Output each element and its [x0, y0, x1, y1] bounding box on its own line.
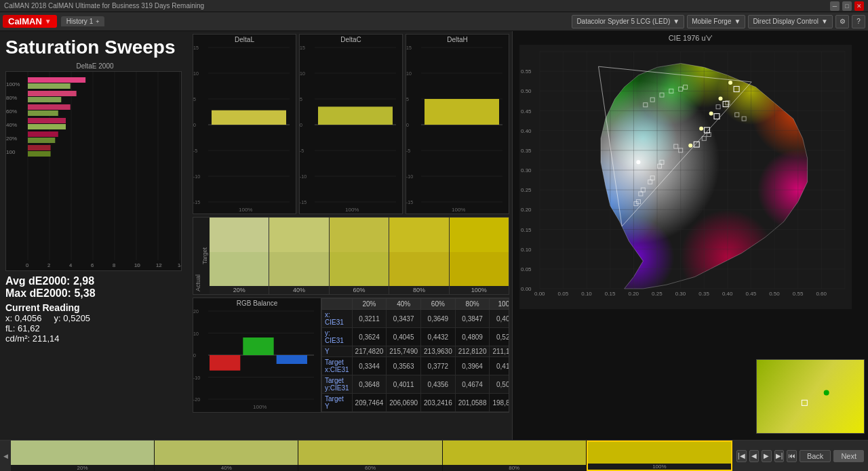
swatch-60-label: 60% [330, 286, 389, 294]
minimize-button[interactable]: ─ [830, 1, 840, 11]
max-deltae: Max dE2000: 5,38 [5, 287, 184, 300]
swatch-60-actual [330, 218, 389, 252]
table-cell-label: Target Y [322, 394, 353, 412]
table-cell-value: 0,4674 [455, 375, 490, 394]
table-cell-value: 0,3649 [421, 310, 456, 328]
table-cell-value: 0,3772 [421, 357, 456, 375]
rgb-balance-inner [193, 308, 321, 411]
swatch-100-target [450, 252, 509, 287]
device1-chevron: ▼ [673, 18, 679, 25]
rgb-balance-title: RGB Balance [193, 298, 321, 308]
table-cell-value: 212,8120 [455, 346, 490, 357]
table-cell-value: 206,0690 [387, 394, 421, 412]
table-cell-value: 0,4045 [387, 328, 421, 346]
table-cell-value: 0,4193 [490, 357, 509, 375]
device3-chevron: ▼ [821, 18, 828, 25]
cie-panel: CIE 1976 u'v' [512, 31, 868, 471]
avg-value: 2,98 [73, 275, 94, 287]
x-value: 0,4056 [15, 313, 42, 323]
col-header-20: 20% [352, 299, 387, 310]
filmstrip: ◀ 20% 40% 60% 80% 100% |◀ ◀ ▶ ▶| ⏮ Back … [0, 440, 868, 471]
actual-label: Actual [195, 220, 201, 291]
device3-dropdown[interactable]: Direct Display Control ▼ [748, 15, 833, 28]
table-header-row: 20% 40% 60% 80% 100% [322, 299, 510, 310]
filmstrip-swatch-80: 80% [443, 441, 587, 471]
deltaC-title: DeltaC [300, 35, 402, 45]
logo-text: CalMAN [8, 16, 42, 26]
swatch-100: 100% [450, 218, 509, 294]
table-cell-value: 4,1448 [455, 412, 490, 413]
main-content: Saturation Sweeps DeltaE 2000 Avg dE2000… [0, 31, 868, 471]
table-cell-value: 0,3563 [387, 357, 421, 375]
swatch-60: 60% [330, 218, 389, 294]
target-label: Target [201, 220, 208, 264]
swatch-60-target [330, 252, 389, 287]
current-reading-label: Current Reading [5, 302, 184, 313]
table-cell-value: 211,1400 [490, 346, 509, 357]
swatch-80-target [389, 252, 448, 287]
filmstrip-prev[interactable]: ◀ [0, 441, 11, 471]
table-cell-label: x: CIE31 [322, 310, 353, 328]
history-tab[interactable]: History 1 + [61, 16, 105, 26]
toolbar-right: Datacolor Spyder 5 LCG (LED) ▼ Mobile Fo… [572, 15, 865, 28]
last-button[interactable]: ⏮ [787, 450, 797, 462]
deltaC-inner [300, 45, 402, 213]
table-row: Target y:CIE310,36480,40110,43560,46740,… [322, 375, 510, 394]
deltae-chart-label: DeltaE 2000 [5, 62, 184, 70]
first-button[interactable]: |◀ [736, 450, 747, 462]
table-cell-value: 0,3964 [455, 357, 490, 375]
play-button[interactable]: ▶ [762, 450, 772, 462]
deltaL-chart: DeltaL [193, 34, 296, 214]
table-cell-value: 0,4011 [387, 375, 421, 394]
fl-reading: fL: 61,62 [5, 323, 184, 333]
toolbar: CalMAN ▼ History 1 + Datacolor Spyder 5 … [0, 12, 868, 31]
next-button[interactable]: Next [833, 450, 864, 462]
deltaL-title: DeltaL [193, 35, 296, 45]
table-cell-value: 0,4432 [421, 328, 456, 346]
prev-button[interactable]: ◀ [749, 450, 760, 462]
calman-logo: CalMAN ▼ [3, 15, 57, 28]
rgb-balance-chart: RGB Balance [193, 298, 321, 413]
swatch-100-label: 100% [450, 286, 509, 294]
filmstrip-controls: |◀ ◀ ▶ ▶| ⏮ Back Next [732, 441, 868, 471]
cie-title: CIE 1976 u'v' [669, 34, 713, 42]
table-cell-value: 0,5053 [490, 375, 509, 394]
col-header-100: 100% [490, 299, 509, 310]
filmstrip-label-20: 20% [11, 465, 154, 471]
close-button[interactable]: ✕ [854, 1, 864, 11]
cdm2-label: cd/m²: [5, 333, 30, 344]
filmstrip-label-60: 60% [298, 465, 441, 471]
device1-dropdown[interactable]: Datacolor Spyder 5 LCG (LED) ▼ [572, 15, 684, 28]
filmstrip-swatch-100[interactable]: 100% [587, 441, 732, 471]
next-nav-button[interactable]: ▶| [774, 450, 785, 462]
table-cell-value: 4,0476 [490, 412, 509, 413]
swatch-80-label: 80% [389, 286, 448, 294]
table-cell-value: 198,8626 [490, 394, 509, 412]
table-cell-value: 0,3847 [455, 310, 490, 328]
table-cell-value: 0,5205 [490, 328, 509, 346]
history-tab-add[interactable]: + [96, 18, 99, 25]
mid-panel: DeltaL DeltaC DeltaH Actual [190, 31, 512, 471]
table-cell-value: 215,7490 [387, 346, 421, 357]
back-button[interactable]: Back [800, 450, 831, 462]
fl-value: 61,62 [18, 323, 40, 333]
col-header-60: 60% [421, 299, 456, 310]
filmstrip-label-80: 80% [443, 465, 586, 471]
filmstrip-swatches: 20% 40% 60% 80% 100% [11, 441, 732, 471]
top-charts-row: DeltaL DeltaC DeltaH [190, 31, 512, 214]
data-table: 20% 40% 60% 80% 100% x: CIE310,32110,343… [321, 298, 509, 413]
maximize-button[interactable]: □ [842, 1, 852, 11]
settings-button[interactable]: ⚙ [835, 15, 849, 28]
filmstrip-swatch-40: 40% [155, 441, 298, 471]
col-header-40: 40% [387, 299, 421, 310]
table-cell-value: 209,7464 [352, 394, 387, 412]
filmstrip-label-40: 40% [155, 465, 298, 471]
cdm2-value: 211,14 [33, 333, 60, 344]
y-label: y: [54, 313, 61, 323]
device2-dropdown[interactable]: Mobile Forge ▼ [687, 15, 745, 28]
help-button[interactable]: ? [852, 15, 865, 28]
table-cell-label: y: CIE31 [322, 328, 353, 346]
device2-chevron: ▼ [734, 18, 741, 25]
window-controls: ─ □ ✕ [830, 1, 864, 11]
logo-dropdown-icon[interactable]: ▼ [45, 18, 52, 25]
